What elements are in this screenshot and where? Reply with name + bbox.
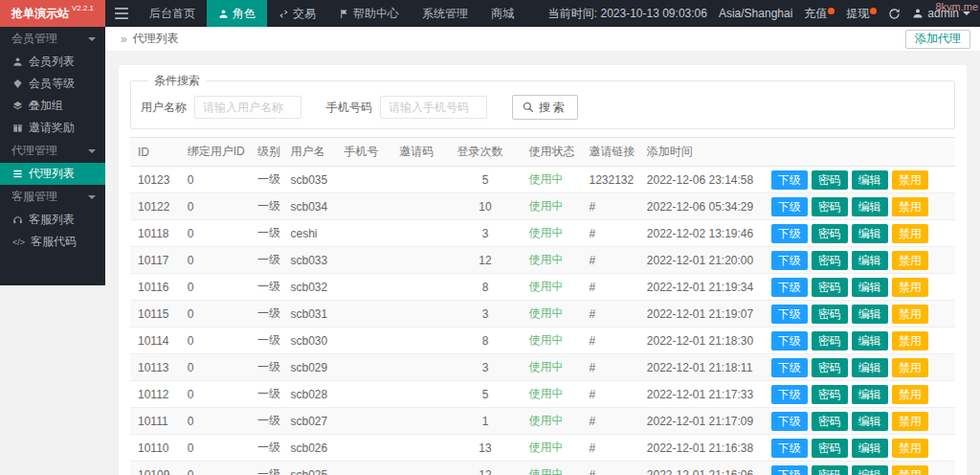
password-button[interactable]: 密码 bbox=[812, 197, 848, 216]
recharge-link[interactable]: 充值 bbox=[804, 6, 835, 22]
edit-button[interactable]: 编辑 bbox=[852, 331, 888, 351]
app-logo: 抢单演示站 V2.2.1 bbox=[0, 0, 105, 27]
sidebar-item-invite-reward[interactable]: 邀请奖励 bbox=[0, 117, 105, 139]
cell-invite-link[interactable]: 1232132 bbox=[581, 167, 638, 193]
edit-button[interactable]: 编辑 bbox=[852, 465, 888, 475]
refresh-icon[interactable] bbox=[888, 8, 901, 20]
sub-agent-button[interactable]: 下级 bbox=[771, 278, 808, 297]
password-button[interactable]: 密码 bbox=[812, 251, 848, 270]
nav-item-help[interactable]: 帮助中心 bbox=[327, 0, 411, 27]
cell-level: 一级 bbox=[250, 435, 282, 462]
edit-button[interactable]: 编辑 bbox=[852, 278, 888, 297]
search-button[interactable]: 搜索 bbox=[512, 95, 578, 120]
edit-button[interactable]: 编辑 bbox=[852, 251, 888, 270]
disable-button[interactable]: 禁用 bbox=[892, 278, 928, 297]
password-button[interactable]: 密码 bbox=[812, 358, 848, 377]
sub-agent-button[interactable]: 下级 bbox=[771, 385, 808, 404]
cell-invite-link[interactable]: # bbox=[581, 301, 638, 328]
sidebar-section-members[interactable]: 会员管理 bbox=[0, 27, 105, 51]
disable-button[interactable]: 禁用 bbox=[892, 197, 928, 216]
status-badge: 使用中 bbox=[529, 360, 564, 373]
sidebar-section-agents[interactable]: 代理管理 bbox=[0, 139, 105, 163]
sidebar-item-service-list[interactable]: 客服列表 bbox=[0, 209, 105, 231]
edit-button[interactable]: 编辑 bbox=[852, 412, 888, 431]
sub-agent-button[interactable]: 下级 bbox=[771, 305, 808, 324]
sub-agent-button[interactable]: 下级 bbox=[771, 465, 808, 475]
cell-created-time: 2022-12-01 21:17:33 bbox=[639, 381, 766, 408]
cell-invite-link[interactable]: # bbox=[581, 381, 638, 408]
edit-button[interactable]: 编辑 bbox=[852, 305, 888, 324]
disable-button[interactable]: 禁用 bbox=[892, 465, 928, 475]
disable-button[interactable]: 禁用 bbox=[892, 385, 928, 404]
edit-button[interactable]: 编辑 bbox=[852, 439, 888, 458]
cell-invite-link[interactable]: # bbox=[581, 435, 638, 462]
password-button[interactable]: 密码 bbox=[812, 439, 848, 458]
sub-agent-button[interactable]: 下级 bbox=[771, 224, 808, 243]
password-button[interactable]: 密码 bbox=[812, 385, 848, 404]
cell-invite-link[interactable]: # bbox=[581, 328, 638, 354]
nav-item-shop[interactable]: 商城 bbox=[479, 0, 525, 27]
nav-item-dashboard[interactable]: 后台首页 bbox=[138, 0, 207, 27]
sidebar-item-agent-list[interactable]: 代理列表 bbox=[0, 163, 105, 185]
sidebar-item-service-code[interactable]: </> 客服代码 bbox=[0, 231, 105, 253]
password-button[interactable]: 密码 bbox=[812, 170, 848, 190]
password-button[interactable]: 密码 bbox=[812, 331, 848, 351]
sidebar-item-stack-group[interactable]: 叠加组 bbox=[0, 95, 105, 117]
username-input[interactable] bbox=[194, 96, 301, 119]
nav-item-trade[interactable]: 交易 bbox=[267, 0, 327, 27]
cell-actions: 下级密码编辑禁用 bbox=[766, 193, 955, 220]
sidebar-item-member-level[interactable]: 会员等级 bbox=[0, 73, 105, 95]
menu-toggle-icon[interactable] bbox=[105, 0, 138, 27]
password-button[interactable]: 密码 bbox=[812, 305, 848, 324]
password-button[interactable]: 密码 bbox=[812, 412, 848, 431]
sidebar-section-service[interactable]: 客服管理 bbox=[0, 185, 105, 209]
disable-button[interactable]: 禁用 bbox=[892, 358, 928, 377]
edit-button[interactable]: 编辑 bbox=[852, 197, 888, 216]
cell-level: 一级 bbox=[250, 167, 282, 193]
withdraw-link[interactable]: 提现 bbox=[846, 6, 877, 22]
disable-button[interactable]: 禁用 bbox=[892, 412, 928, 431]
cell-invite-link[interactable]: # bbox=[581, 247, 638, 274]
disable-button[interactable]: 禁用 bbox=[892, 170, 928, 190]
edit-button[interactable]: 编辑 bbox=[852, 170, 888, 190]
cell-invite-link[interactable]: # bbox=[581, 462, 638, 475]
nav-item-roles[interactable]: 角色 bbox=[207, 0, 267, 27]
phone-label: 手机号码 bbox=[326, 100, 372, 116]
password-button[interactable]: 密码 bbox=[812, 278, 848, 297]
cell-invite-link[interactable]: # bbox=[581, 274, 638, 301]
disable-button[interactable]: 禁用 bbox=[892, 305, 928, 324]
cell-invite-link[interactable]: # bbox=[581, 220, 638, 247]
disable-button[interactable]: 禁用 bbox=[892, 251, 928, 270]
sidebar-item-member-list[interactable]: 会员列表 bbox=[0, 51, 105, 73]
cell-login-count: 5 bbox=[450, 381, 522, 408]
cell-status: 使用中 bbox=[522, 193, 582, 220]
add-agent-button[interactable]: 添加代理 bbox=[905, 30, 970, 49]
password-button[interactable]: 密码 bbox=[812, 465, 848, 475]
sub-agent-button[interactable]: 下级 bbox=[771, 412, 808, 431]
sub-agent-button[interactable]: 下级 bbox=[771, 197, 808, 216]
cell-level: 一级 bbox=[250, 220, 282, 247]
status-badge: 使用中 bbox=[529, 387, 564, 400]
disable-button[interactable]: 禁用 bbox=[892, 224, 928, 243]
nav-item-system[interactable]: 系统管理 bbox=[411, 0, 479, 27]
timezone[interactable]: Asia/Shanghai bbox=[719, 7, 792, 20]
admin-menu[interactable]: admin bbox=[912, 7, 970, 20]
sub-agent-button[interactable]: 下级 bbox=[771, 358, 808, 377]
disable-button[interactable]: 禁用 bbox=[892, 331, 928, 351]
disable-button[interactable]: 禁用 bbox=[892, 439, 928, 458]
edit-button[interactable]: 编辑 bbox=[852, 385, 888, 404]
edit-button[interactable]: 编辑 bbox=[852, 224, 888, 243]
main: » 代理列表 添加代理 条件搜索 用户名称 手机号码 bbox=[105, 27, 980, 475]
sub-agent-button[interactable]: 下级 bbox=[771, 439, 808, 458]
cell-invite-link[interactable]: # bbox=[581, 193, 638, 220]
sub-agent-button[interactable]: 下级 bbox=[771, 251, 808, 270]
username-label: 用户名称 bbox=[141, 100, 187, 116]
phone-input[interactable] bbox=[380, 96, 487, 119]
sub-agent-button[interactable]: 下级 bbox=[771, 170, 808, 190]
sub-agent-button[interactable]: 下级 bbox=[771, 331, 808, 351]
cell-invite-code bbox=[391, 220, 449, 247]
password-button[interactable]: 密码 bbox=[812, 224, 848, 243]
cell-invite-link[interactable]: # bbox=[581, 354, 638, 381]
cell-invite-link[interactable]: # bbox=[581, 408, 638, 435]
edit-button[interactable]: 编辑 bbox=[852, 358, 888, 377]
